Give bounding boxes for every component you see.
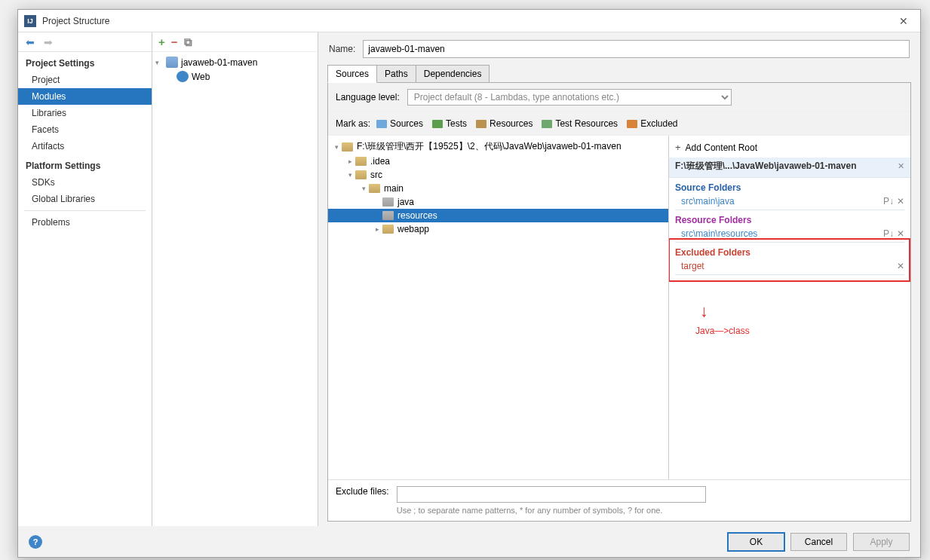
app-icon: IJ [24, 15, 36, 27]
folder-icon [432, 120, 443, 128]
excluded-folder-item[interactable]: target ✕ [675, 259, 904, 275]
tree-idea[interactable]: ▸ .idea [328, 155, 668, 168]
folder-icon [355, 170, 367, 179]
tab-content: Language level: Project default (8 - Lam… [327, 82, 911, 522]
exclude-files-row: Exclude files: Use ; to separate name pa… [328, 479, 910, 521]
remove-icon[interactable]: ✕ [898, 161, 904, 171]
edit-icon[interactable]: P↓ [883, 228, 894, 239]
source-folder-item[interactable]: src\main\java P↓✕ [675, 194, 904, 210]
mark-sources[interactable]: Sources [373, 117, 426, 130]
chevron-down-icon: ▾ [155, 59, 166, 66]
edit-icon[interactable]: P↓ [883, 196, 894, 207]
divider [24, 210, 146, 211]
copy-module-icon[interactable]: ⧉ [184, 35, 192, 49]
module-label: javaweb-01-maven [181, 57, 257, 68]
tab-dependencies[interactable]: Dependencies [416, 65, 490, 83]
chevron-down-icon: ▾ [331, 143, 342, 151]
help-icon[interactable]: ? [29, 535, 42, 549]
modules-panel: + − ⧉ ▾ javaweb-01-maven Web [152, 32, 318, 526]
exclude-files-label: Exclude files: [336, 486, 389, 497]
tree-label: main [384, 183, 404, 194]
folder-icon [542, 120, 552, 128]
titlebar: IJ Project Structure ✕ [18, 10, 920, 32]
tree-webapp[interactable]: ▸ webapp [328, 222, 668, 236]
folder-icon [369, 184, 380, 193]
sidebar-item-libraries[interactable]: Libraries [18, 105, 152, 121]
mark-as-row: Mark as: Sources Tests Resources Test Re… [328, 112, 910, 136]
folder-icon [382, 225, 394, 234]
sidebar-item-global-libraries[interactable]: Global Libraries [18, 191, 152, 207]
plus-icon: + [675, 142, 681, 153]
folder-icon [355, 157, 367, 166]
dialog-footer: ? OK Cancel Apply [18, 526, 920, 558]
module-root[interactable]: ▾ javaweb-01-maven [152, 55, 318, 69]
project-structure-dialog: IJ Project Structure ✕ ⬅ ➡ Project Setti… [17, 9, 921, 558]
folder-icon [476, 120, 486, 128]
folder-icon [382, 211, 394, 220]
tree-label: webapp [397, 224, 429, 234]
name-input[interactable] [363, 40, 910, 58]
sidebar-item-facets[interactable]: Facets [18, 121, 152, 138]
language-level-select[interactable]: Project default (8 - Lambdas, type annot… [407, 89, 732, 106]
remove-icon[interactable]: ✕ [897, 228, 904, 239]
annotation-text: ↓ Java—>class [695, 301, 750, 336]
mark-excluded[interactable]: Excluded [624, 117, 680, 130]
tree-main[interactable]: ▾ main [328, 182, 668, 195]
source-folders-tree: ▾ F:\班级管理\西开【19525】\2、代码\JavaWeb\javaweb… [328, 136, 669, 479]
add-content-root[interactable]: + Add Content Root [675, 140, 904, 158]
arrow-down-icon: ↓ [700, 301, 750, 321]
settings-sidebar: ⬅ ➡ Project Settings Project Modules Lib… [18, 32, 152, 526]
module-label: Web [192, 72, 210, 82]
folder-icon [342, 142, 353, 151]
module-web[interactable]: Web [152, 69, 318, 84]
close-icon[interactable]: ✕ [893, 12, 914, 30]
sidebar-item-project[interactable]: Project [18, 72, 152, 88]
tab-sources[interactable]: Sources [327, 65, 377, 83]
chevron-down-icon: ▾ [345, 171, 355, 179]
remove-icon[interactable]: ✕ [897, 196, 904, 207]
tree-label: .idea [370, 156, 390, 167]
folder-icon [376, 120, 387, 128]
chevron-right-icon: ▸ [345, 158, 355, 165]
content-root-path[interactable]: F:\班级管理\...\JavaWeb\javaweb-01-maven ✕ [669, 158, 910, 178]
ok-button[interactable]: OK [728, 533, 784, 551]
tabs: Sources Paths Dependencies [318, 64, 920, 82]
mark-as-label: Mark as: [336, 118, 370, 129]
excluded-folders-header: Excluded Folders [675, 243, 904, 259]
resource-folder-item[interactable]: src\main\resources P↓✕ [675, 227, 904, 243]
add-module-icon[interactable]: + [158, 35, 165, 48]
sidebar-item-modules[interactable]: Modules [18, 88, 152, 105]
chevron-right-icon: ▸ [372, 225, 382, 233]
tree-resources[interactable]: resources [328, 209, 668, 222]
content-split: ▾ F:\班级管理\西开【19525】\2、代码\JavaWeb\javaweb… [328, 136, 910, 479]
back-icon[interactable]: ⬅ [23, 35, 38, 50]
folder-icon [627, 120, 637, 128]
tree-src[interactable]: ▾ src [328, 168, 668, 182]
apply-button[interactable]: Apply [853, 533, 910, 551]
tree-label: src [370, 170, 382, 180]
resource-folders-header: Resource Folders [675, 210, 904, 227]
modules-tree: ▾ javaweb-01-maven Web [152, 52, 318, 87]
nav-buttons: ⬅ ➡ [18, 32, 152, 52]
sidebar-item-problems[interactable]: Problems [18, 214, 152, 231]
main-panel: Name: Sources Paths Dependencies Languag… [318, 32, 920, 526]
content-root-label: F:\班级管理\...\JavaWeb\javaweb-01-maven [675, 160, 857, 173]
tab-paths[interactable]: Paths [376, 65, 416, 83]
tree-label: java [397, 197, 414, 207]
remove-module-icon[interactable]: − [171, 35, 178, 48]
mark-test-resources[interactable]: Test Resources [539, 117, 621, 130]
modules-toolbar: + − ⧉ [152, 32, 318, 52]
mark-tests[interactable]: Tests [429, 117, 470, 130]
cancel-button[interactable]: Cancel [790, 533, 847, 551]
remove-icon[interactable]: ✕ [897, 261, 904, 271]
sidebar-item-artifacts[interactable]: Artifacts [18, 138, 152, 155]
tree-java[interactable]: java [328, 195, 668, 209]
tree-label: F:\班级管理\西开【19525】\2、代码\JavaWeb\javaweb-0… [357, 140, 622, 153]
source-folders-header: Source Folders [675, 178, 904, 194]
tree-root[interactable]: ▾ F:\班级管理\西开【19525】\2、代码\JavaWeb\javaweb… [328, 139, 668, 155]
forward-icon[interactable]: ➡ [41, 35, 56, 50]
sidebar-item-sdks[interactable]: SDKs [18, 174, 152, 191]
mark-resources[interactable]: Resources [473, 117, 536, 130]
platform-settings-header: Platform Settings [18, 155, 152, 174]
exclude-files-input[interactable] [397, 486, 706, 503]
